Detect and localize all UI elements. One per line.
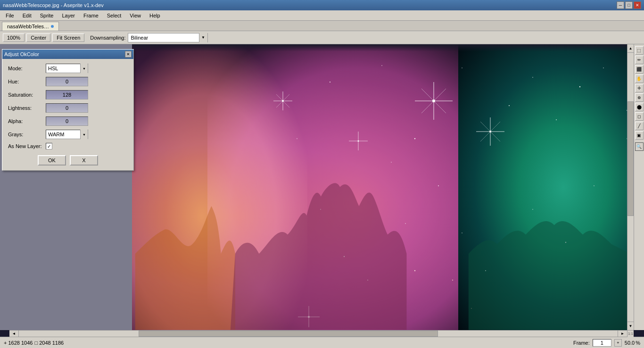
- tab-modified-dot: [51, 25, 54, 28]
- tool-eraser[interactable]: ◻: [635, 112, 644, 121]
- tool-fill[interactable]: ⬤: [635, 103, 644, 111]
- hscroll-track: [19, 331, 618, 337]
- menu-view[interactable]: View: [126, 12, 145, 19]
- ok-button[interactable]: OK: [38, 155, 66, 166]
- minimize-button[interactable]: ─: [617, 1, 624, 9]
- hscroll-right[interactable]: ►: [618, 331, 627, 337]
- tool-zoom[interactable]: 🔍: [635, 142, 644, 151]
- toolbar: 100% Center Fit Screen Downsampling: Bil…: [0, 31, 644, 44]
- menu-file[interactable]: File: [2, 12, 18, 19]
- downsampling-label: Downsampling:: [90, 35, 125, 41]
- grays-value: WARM: [46, 132, 80, 137]
- grays-select[interactable]: WARM ▼: [46, 130, 88, 139]
- canvas-image: [132, 44, 634, 330]
- menu-edit[interactable]: Edit: [19, 12, 35, 19]
- newlayer-checkbox[interactable]: ✓: [46, 143, 52, 149]
- mode-value: HSL: [46, 66, 80, 71]
- top-edge: [132, 44, 634, 51]
- menu-bar: File Edit Sprite Layer Frame Select View…: [0, 10, 644, 21]
- tool-line[interactable]: ╱: [635, 122, 644, 130]
- zoom-100-button[interactable]: 100%: [3, 33, 25, 42]
- vscroll-thumb[interactable]: [627, 101, 634, 215]
- svg-point-33: [414, 138, 415, 139]
- title-bar: nasaWebbTelescope.jpg - Aseprite v1.x-de…: [0, 0, 644, 10]
- zoom-increment-button[interactable]: +: [614, 339, 622, 347]
- svg-point-31: [330, 82, 330, 83]
- newlayer-row: As New Layer: ✓: [8, 143, 128, 149]
- close-button[interactable]: ✕: [634, 1, 641, 9]
- mode-row: Mode: HSL ▼: [8, 64, 128, 73]
- frame-input[interactable]: [593, 339, 611, 347]
- status-bar: + 1628 1046 □ 2048 1186 Frame: + 50.0 %: [0, 337, 644, 348]
- lightness-row: Lightness: 0: [8, 103, 128, 113]
- cursor-position: + 1628 1046: [4, 340, 33, 346]
- cancel-button[interactable]: X: [70, 155, 98, 166]
- downsampling-select[interactable]: Bilinear ▼: [128, 33, 208, 42]
- tool-marquee[interactable]: ⬚: [635, 46, 644, 55]
- svg-point-12: [432, 99, 435, 102]
- right-tools-sidebar: ⬚ ✏ ⬛ ✋ ✛ ⊕ ⬤ ◻ ╱ ▣ 🔍: [634, 44, 644, 330]
- left-panel: Adjust OkColor ✕ Mode: HSL ▼ Hue:: [0, 44, 132, 330]
- tool-pencil[interactable]: ✏: [635, 56, 644, 64]
- mode-arrow[interactable]: ▼: [80, 64, 88, 73]
- vertical-scrollbar[interactable]: ▲ ▼: [627, 44, 634, 330]
- checkbox-icon: ✓: [47, 144, 51, 149]
- lightness-input[interactable]: 0: [46, 103, 88, 113]
- tab-main[interactable]: nasaWebbTeles…: [2, 22, 59, 31]
- star-spike-1: [273, 91, 292, 110]
- tool-paint[interactable]: ▣: [635, 131, 644, 140]
- hue-input[interactable]: 0: [46, 77, 88, 86]
- maximize-button[interactable]: □: [625, 1, 633, 9]
- tab-bar: nasaWebbTeles…: [0, 21, 644, 31]
- tool-eyedropper[interactable]: ⊕: [635, 93, 644, 102]
- menu-frame[interactable]: Frame: [80, 12, 102, 19]
- main-area: Adjust OkColor ✕ Mode: HSL ▼ Hue:: [0, 44, 644, 337]
- svg-point-36: [532, 77, 533, 78]
- status-left: + 1628 1046 □ 2048 1186: [4, 340, 64, 346]
- title-bar-title: nasaWebbTelescope.jpg - Aseprite v1.x-de…: [3, 2, 104, 8]
- svg-point-30: [489, 131, 491, 133]
- horizontal-scrollbar[interactable]: ◄ ► 1:1: [9, 330, 634, 337]
- tool-brush[interactable]: ⬛: [635, 65, 644, 74]
- star-spike-3: [415, 82, 453, 120]
- fit-screen-button[interactable]: Fit Screen: [52, 33, 84, 42]
- vscroll-up[interactable]: ▲: [627, 44, 634, 53]
- downsampling-arrow[interactable]: ▼: [199, 33, 207, 42]
- star-spike-2: [349, 132, 368, 150]
- dialog-buttons: OK X: [8, 155, 128, 166]
- alpha-label: Alpha:: [8, 118, 46, 124]
- hue-row: Hue: 0: [8, 77, 128, 86]
- lightness-label: Lightness:: [8, 105, 46, 111]
- menu-select[interactable]: Select: [103, 12, 125, 19]
- center-button[interactable]: Center: [26, 33, 50, 42]
- saturation-row: Saturation: 128: [8, 90, 128, 99]
- zoom-suffix: %: [636, 340, 640, 346]
- hscroll-left[interactable]: ◄: [9, 331, 19, 337]
- mode-label: Mode:: [8, 66, 46, 71]
- hscroll-thumb[interactable]: [139, 331, 438, 337]
- vscroll-down[interactable]: ▼: [627, 322, 634, 330]
- grays-label: Grays:: [8, 132, 46, 137]
- status-right: Frame: + 50.0 %: [573, 339, 640, 347]
- grays-row: Grays: WARM ▼: [8, 130, 128, 139]
- downsampling-value: Bilinear: [128, 35, 199, 41]
- svg-point-4: [282, 100, 284, 102]
- alpha-row: Alpha: 0: [8, 116, 128, 126]
- dialog-close-button[interactable]: ✕: [125, 51, 132, 58]
- alpha-input[interactable]: 0: [46, 116, 88, 126]
- tool-hand[interactable]: ✋: [635, 75, 644, 83]
- menu-layer[interactable]: Layer: [58, 12, 79, 19]
- saturation-input[interactable]: 128: [46, 90, 88, 99]
- menu-help[interactable]: Help: [146, 12, 164, 19]
- mode-select[interactable]: HSL ▼: [46, 64, 88, 73]
- dialog-title: Adjust OkColor: [4, 51, 39, 57]
- tab-label: nasaWebbTeles…: [7, 24, 49, 29]
- frame-label: Frame:: [573, 340, 590, 346]
- menu-sprite[interactable]: Sprite: [36, 12, 58, 19]
- nebula-mountains: [132, 158, 634, 330]
- adjust-okcolor-dialog: Adjust OkColor ✕ Mode: HSL ▼ Hue:: [2, 49, 134, 171]
- canvas-area[interactable]: ▲ ▼: [132, 44, 634, 330]
- tool-move[interactable]: ✛: [635, 84, 644, 92]
- grays-arrow[interactable]: ▼: [80, 130, 88, 139]
- svg-point-7: [358, 141, 359, 142]
